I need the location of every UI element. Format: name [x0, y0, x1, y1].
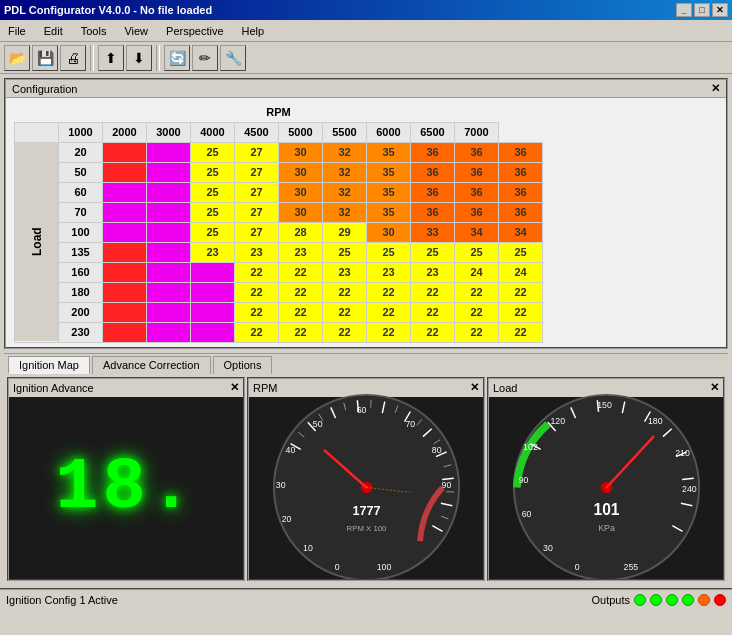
cell-value[interactable]: 30 — [279, 182, 323, 202]
cell-value[interactable]: 23 — [235, 242, 279, 262]
cell-value[interactable]: 35 — [367, 182, 411, 202]
print-button[interactable]: 🖨 — [60, 45, 86, 71]
refresh-button[interactable]: 🔄 — [164, 45, 190, 71]
cell-value[interactable]: 20 — [191, 262, 235, 282]
cell-value[interactable]: 20 — [147, 202, 191, 222]
cell-value[interactable]: 20 — [191, 302, 235, 322]
cell-value[interactable]: 20 — [147, 142, 191, 162]
cell-value[interactable]: 20 — [147, 162, 191, 182]
close-button[interactable]: ✕ — [712, 3, 728, 17]
load-value[interactable]: 200 — [59, 302, 103, 322]
load-value[interactable]: 180 — [59, 282, 103, 302]
menu-perspective[interactable]: Perspective — [162, 23, 227, 39]
menu-edit[interactable]: Edit — [40, 23, 67, 39]
rpm-close[interactable]: ✕ — [470, 381, 479, 394]
menu-help[interactable]: Help — [238, 23, 269, 39]
cell-value[interactable]: 30 — [279, 162, 323, 182]
cell-value[interactable]: 27 — [235, 162, 279, 182]
load-value[interactable]: 100 — [59, 222, 103, 242]
cell-value[interactable]: 36 — [455, 142, 499, 162]
cell-value[interactable]: 23 — [323, 262, 367, 282]
cell-value[interactable]: 34 — [455, 222, 499, 242]
cell-value[interactable]: 36 — [499, 142, 543, 162]
cell-value[interactable]: 20 — [147, 222, 191, 242]
cell-value[interactable]: 35 — [367, 162, 411, 182]
cell-value[interactable]: 25 — [455, 242, 499, 262]
cell-value[interactable]: 32 — [323, 202, 367, 222]
cell-value[interactable]: 25 — [191, 222, 235, 242]
tab-options[interactable]: Options — [213, 356, 273, 374]
cell-value[interactable]: 22 — [235, 322, 279, 342]
cell-value[interactable]: 23 — [367, 262, 411, 282]
config-close-button[interactable]: ✕ — [711, 82, 720, 95]
cell-value[interactable]: 22 — [279, 322, 323, 342]
download-button[interactable]: ⬇ — [126, 45, 152, 71]
cell-value[interactable]: 29 — [323, 222, 367, 242]
cell-value[interactable]: 34 — [499, 222, 543, 242]
cell-value[interactable]: 15 — [103, 202, 147, 222]
load-value[interactable]: 230 — [59, 322, 103, 342]
tab-advance-correction[interactable]: Advance Correction — [92, 356, 211, 374]
cell-value[interactable]: 18 — [147, 262, 191, 282]
cell-value[interactable]: 22 — [279, 262, 323, 282]
cell-value[interactable]: 28 — [279, 222, 323, 242]
cell-value[interactable]: 15 — [147, 302, 191, 322]
cell-value[interactable]: 22 — [367, 322, 411, 342]
cell-value[interactable]: 30 — [279, 202, 323, 222]
load-value[interactable]: 160 — [59, 262, 103, 282]
save-button[interactable]: 💾 — [32, 45, 58, 71]
cell-value[interactable]: 33 — [411, 222, 455, 242]
cell-value[interactable]: 25 — [411, 242, 455, 262]
cell-value[interactable]: 32 — [323, 162, 367, 182]
cell-value[interactable]: 25 — [191, 202, 235, 222]
cell-value[interactable]: 12 — [103, 162, 147, 182]
cell-value[interactable]: 22 — [367, 282, 411, 302]
cell-value[interactable]: 22 — [499, 302, 543, 322]
cell-value[interactable]: 27 — [235, 202, 279, 222]
cell-value[interactable]: 12 — [103, 262, 147, 282]
maximize-button[interactable]: □ — [694, 3, 710, 17]
cell-value[interactable]: 10 — [103, 282, 147, 302]
cell-value[interactable]: 23 — [411, 262, 455, 282]
open-button[interactable]: 📂 — [4, 45, 30, 71]
cell-value[interactable]: 15 — [103, 222, 147, 242]
menu-file[interactable]: File — [4, 23, 30, 39]
cell-value[interactable]: 15 — [147, 322, 191, 342]
cell-value[interactable]: 10 — [103, 302, 147, 322]
settings-button[interactable]: 🔧 — [220, 45, 246, 71]
cell-value[interactable]: 24 — [499, 262, 543, 282]
cell-value[interactable]: 22 — [323, 302, 367, 322]
load-value[interactable]: 135 — [59, 242, 103, 262]
load-value[interactable]: 20 — [59, 142, 103, 162]
cell-value[interactable]: 20 — [191, 282, 235, 302]
tab-ignition-map[interactable]: Ignition Map — [8, 356, 90, 374]
cell-value[interactable]: 22 — [235, 282, 279, 302]
minimize-button[interactable]: _ — [676, 3, 692, 17]
cell-value[interactable]: 25 — [499, 242, 543, 262]
cell-value[interactable]: 36 — [499, 182, 543, 202]
cell-value[interactable]: 22 — [323, 322, 367, 342]
cell-value[interactable]: 36 — [455, 182, 499, 202]
edit-button[interactable]: ✏ — [192, 45, 218, 71]
cell-value[interactable]: 36 — [455, 162, 499, 182]
cell-value[interactable]: 22 — [411, 282, 455, 302]
cell-value[interactable]: 10 — [103, 322, 147, 342]
cell-value[interactable]: 25 — [191, 182, 235, 202]
cell-value[interactable]: 30 — [367, 222, 411, 242]
cell-value[interactable]: 22 — [499, 282, 543, 302]
menu-view[interactable]: View — [120, 23, 152, 39]
cell-value[interactable]: 36 — [411, 182, 455, 202]
cell-value[interactable]: 20 — [147, 182, 191, 202]
cell-value[interactable]: 36 — [411, 162, 455, 182]
cell-value[interactable]: 32 — [323, 142, 367, 162]
cell-value[interactable]: 24 — [455, 262, 499, 282]
cell-value[interactable]: 22 — [455, 302, 499, 322]
cell-value[interactable]: 30 — [279, 142, 323, 162]
cell-value[interactable]: 36 — [411, 142, 455, 162]
cell-value[interactable]: 22 — [235, 262, 279, 282]
cell-value[interactable]: 25 — [191, 142, 235, 162]
cell-value[interactable]: 22 — [455, 322, 499, 342]
cell-value[interactable]: 32 — [323, 182, 367, 202]
cell-value[interactable]: 12 — [103, 142, 147, 162]
cell-value[interactable]: 22 — [279, 282, 323, 302]
